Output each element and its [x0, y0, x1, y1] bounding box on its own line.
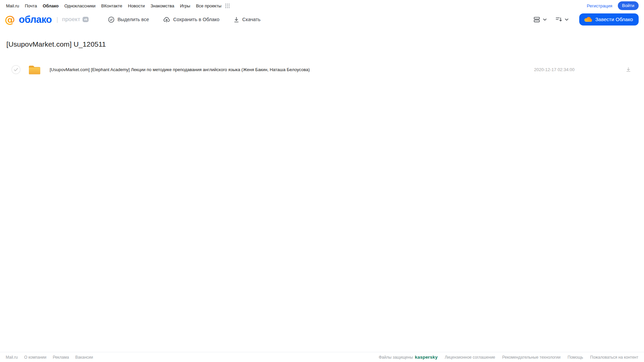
- select-all-button[interactable]: Выделить все: [108, 16, 149, 23]
- login-button[interactable]: Войти: [618, 1, 639, 10]
- mailru-at-icon: @: [5, 13, 17, 25]
- nav-link-novosti[interactable]: Новости: [128, 3, 145, 8]
- file-name[interactable]: [UsupovMarket.com] [Elephant Academy] Ле…: [50, 67, 534, 72]
- nav-link-odnoklassniki[interactable]: Одноклассники: [64, 3, 96, 8]
- nav-link-all-projects[interactable]: Все проекты: [196, 3, 221, 8]
- page-footer: Mail.ru О компании Реклама Вакансии Файл…: [0, 352, 644, 362]
- footer-link-help[interactable]: Помощь: [567, 355, 583, 360]
- check-circle-icon: [108, 16, 114, 23]
- download-button[interactable]: Скачать: [234, 16, 260, 23]
- nav-link-oblako[interactable]: Облако: [43, 3, 59, 8]
- kaspersky-protection: Файлы защищены kaspersky: [379, 355, 438, 360]
- footer-link-ads[interactable]: Реклама: [53, 355, 69, 360]
- select-all-label: Выделить все: [117, 17, 149, 22]
- nav-link-vkontakte[interactable]: ВКонтакте: [101, 3, 122, 8]
- footer-left-links: Mail.ru О компании Реклама Вакансии: [6, 355, 99, 360]
- footer-right-links: Файлы защищены kaspersky Лицензионное со…: [371, 355, 638, 360]
- protected-text: Файлы защищены: [379, 355, 413, 360]
- download-label: Скачать: [242, 17, 260, 22]
- file-actions-toolbar: Выделить все Сохранить в Облако Скачат: [108, 16, 275, 23]
- vk-badge-icon: vk: [83, 17, 89, 22]
- nav-link-pochta[interactable]: Почта: [25, 3, 37, 8]
- chevron-down-icon: [543, 18, 547, 21]
- list-view-icon: [534, 17, 541, 22]
- footer-link-mailru[interactable]: Mail.ru: [6, 355, 18, 360]
- nav-link-igry[interactable]: Игры: [180, 3, 190, 8]
- nav-link-znakomstva[interactable]: Знакомства: [150, 3, 174, 8]
- footer-link-jobs[interactable]: Вакансии: [75, 355, 93, 360]
- sort-control[interactable]: [555, 17, 568, 22]
- cloud-logo[interactable]: @ облако | проект vk: [5, 13, 89, 25]
- logo-divider: |: [56, 16, 58, 23]
- cloud-icon: [584, 16, 592, 22]
- create-cloud-label: Завести Облако: [595, 16, 633, 22]
- cloud-upload-icon: [163, 16, 170, 23]
- project-label: проект: [62, 16, 80, 23]
- create-cloud-button[interactable]: Завести Облако: [579, 13, 639, 25]
- footer-link-report[interactable]: Пожаловаться на контент: [590, 355, 638, 360]
- view-mode-control[interactable]: [534, 17, 547, 22]
- svg-text:@: @: [5, 13, 15, 25]
- footer-link-license[interactable]: Лицензионное соглашение: [445, 355, 495, 360]
- header-controls: Завести Облако: [534, 13, 639, 25]
- footer-link-recommendations[interactable]: Рекомендательные технологии: [502, 355, 561, 360]
- folder-icon: [28, 64, 41, 75]
- page-title: [UsupovMarket.com] U_120511: [6, 40, 644, 48]
- file-row[interactable]: [UsupovMarket.com] [Elephant Academy] Ле…: [0, 61, 644, 78]
- app-header: @ облако | проект vk Выделить все: [0, 10, 644, 31]
- row-download-icon[interactable]: [626, 67, 631, 72]
- row-checkbox[interactable]: [11, 65, 20, 74]
- register-link[interactable]: Регистрация: [587, 3, 612, 8]
- download-icon: [234, 16, 239, 23]
- chevron-down-icon: [565, 18, 568, 21]
- apps-grid-icon[interactable]: [225, 4, 230, 8]
- sort-icon: [555, 17, 562, 22]
- nav-link-mailru[interactable]: Mail.ru: [6, 3, 19, 8]
- save-to-cloud-label: Сохранить в Облако: [173, 17, 219, 22]
- kaspersky-logo[interactable]: kaspersky: [415, 355, 438, 360]
- save-to-cloud-button[interactable]: Сохранить в Облако: [163, 16, 219, 23]
- footer-link-about[interactable]: О компании: [24, 355, 46, 360]
- portal-nav: Mail.ru Почта Облако Одноклассники ВКонт…: [0, 0, 644, 10]
- main-content: [UsupovMarket.com] U_120511 [UsupovMarke…: [0, 31, 644, 352]
- file-date: 2020-12-17 02:34:00: [534, 67, 575, 72]
- logo-wordmark: облако: [19, 14, 52, 25]
